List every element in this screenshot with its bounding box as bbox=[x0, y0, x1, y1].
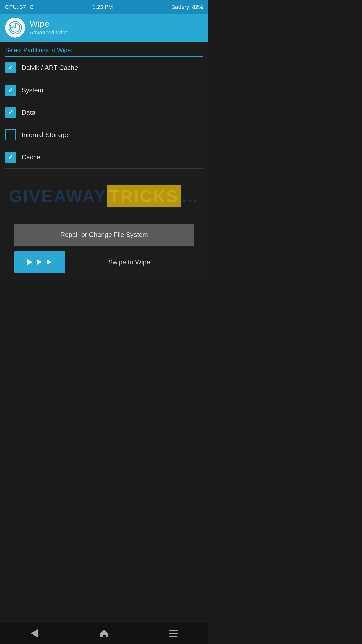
checkbox-cache[interactable] bbox=[5, 152, 16, 163]
list-item[interactable]: Cache bbox=[5, 146, 203, 169]
checkbox-system[interactable] bbox=[5, 85, 16, 96]
app-logo bbox=[5, 18, 25, 38]
watermark-tricks: TRICKS bbox=[107, 185, 181, 207]
partition-label-system: System bbox=[22, 86, 43, 94]
checkbox-data[interactable] bbox=[5, 107, 16, 118]
list-item[interactable]: Data bbox=[5, 101, 203, 124]
partition-label-internal-storage: Internal Storage bbox=[22, 131, 68, 139]
partition-label-data: Data bbox=[22, 109, 35, 116]
svg-marker-3 bbox=[47, 259, 52, 265]
app-title: Wipe bbox=[30, 19, 68, 29]
main-content: Select Partitions to Wipe: Dalvik / ART … bbox=[0, 42, 208, 281]
battery-status: Battery: 82% bbox=[171, 4, 203, 10]
play-arrow-icon-2 bbox=[36, 258, 43, 266]
partition-list: Dalvik / ART Cache System Data Internal … bbox=[5, 57, 203, 169]
repair-button[interactable]: Repair or Change File System bbox=[14, 224, 194, 246]
watermark-text: GIVEAWAY TRICKS … bbox=[9, 185, 199, 207]
app-header: Wipe Advanced Wipe bbox=[0, 14, 208, 42]
section-title: Select Partitions to Wipe: bbox=[5, 47, 203, 57]
cpu-status: CPU: 37 °C bbox=[5, 4, 34, 10]
partition-section: Select Partitions to Wipe: Dalvik / ART … bbox=[0, 42, 208, 169]
svg-marker-2 bbox=[37, 259, 42, 265]
swipe-to-wipe-button[interactable]: Swipe to Wipe bbox=[14, 251, 194, 273]
wipe-logo-icon bbox=[8, 21, 22, 35]
list-item[interactable]: System bbox=[5, 79, 203, 101]
list-item[interactable]: Internal Storage bbox=[5, 124, 203, 146]
swipe-label: Swipe to Wipe bbox=[65, 251, 194, 273]
partition-label-cache: Cache bbox=[22, 153, 40, 161]
svg-marker-1 bbox=[27, 259, 32, 265]
swipe-handle bbox=[14, 251, 65, 273]
checkbox-internal-storage[interactable] bbox=[5, 129, 16, 140]
play-arrow-icon-3 bbox=[45, 258, 53, 266]
watermark-area: GIVEAWAY TRICKS … bbox=[0, 169, 208, 224]
status-bar: CPU: 37 °C 1:23 PM Battery: 82% bbox=[0, 0, 208, 14]
list-item[interactable]: Dalvik / ART Cache bbox=[5, 57, 203, 79]
partition-label-dalvik: Dalvik / ART Cache bbox=[22, 64, 78, 72]
watermark-suffix: … bbox=[181, 186, 199, 206]
app-title-block: Wipe Advanced Wipe bbox=[30, 19, 68, 37]
app-subtitle: Advanced Wipe bbox=[30, 29, 68, 37]
buttons-area: Repair or Change File System Swipe to Wi… bbox=[0, 224, 208, 281]
nav-spacer bbox=[0, 281, 208, 302]
play-arrow-icon-1 bbox=[26, 258, 34, 266]
checkbox-dalvik[interactable] bbox=[5, 62, 16, 73]
watermark-giveaway: GIVEAWAY bbox=[9, 186, 107, 206]
time-status: 1:23 PM bbox=[92, 4, 113, 10]
